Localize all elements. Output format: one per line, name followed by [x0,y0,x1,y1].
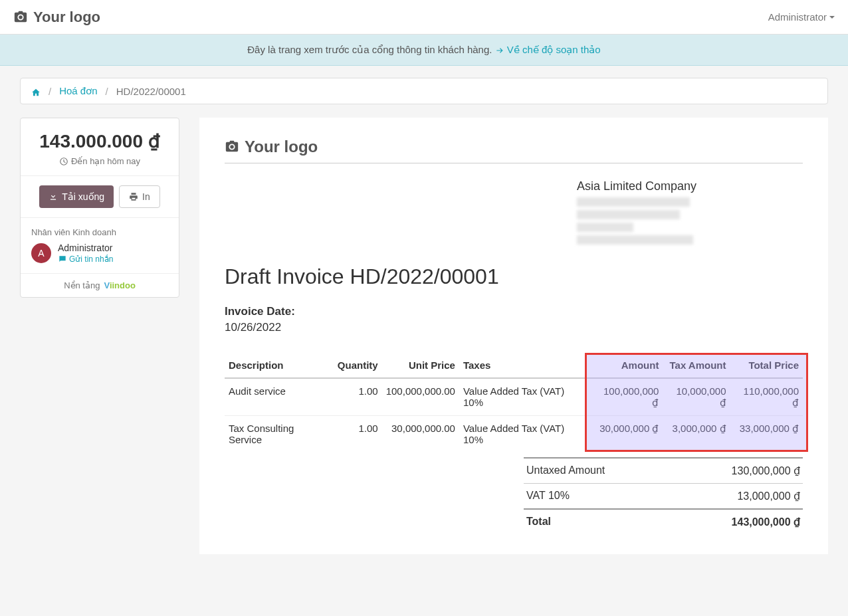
doc-logo-text: Your logo [245,138,318,156]
viindoo-logo: Viindoo [104,280,135,290]
print-icon [129,192,138,201]
print-button[interactable]: In [119,185,160,208]
powered-label: Nền tảng [64,280,100,290]
col-unit-price: Unit Price [382,353,459,378]
totals-vat: VAT 10% 13,000,000 ₫ [524,483,803,508]
table-header-row: Description Quantity Unit Price Taxes Am… [225,353,803,378]
company-address: Asia Limited Company [577,179,803,245]
salesperson-name: Administrator [58,243,113,253]
app-logo[interactable]: Your logo [13,9,100,26]
totals-total: Total 143,000,000 ₫ [524,508,803,534]
total-label: Total [526,516,551,528]
invoice-document: Your logo Asia Limited Company Draft Inv… [199,118,828,554]
invoice-date-label: Invoice Date: [225,305,803,318]
top-nav: Your logo Administrator [0,0,848,35]
col-description: Description [225,353,334,378]
sidebar-total: 143.000.000 ₫ [31,130,168,152]
redacted-line [577,197,690,207]
invoice-title: Draft Invoice HD/2022/00001 [225,264,803,289]
redacted-line [577,210,680,219]
vat-label: VAT 10% [526,490,570,502]
send-message-link[interactable]: Gửi tin nhắn [58,255,113,264]
download-label: Tải xuống [62,191,104,202]
sidebar: 143.000.000 ₫ Đến hạn hôm nay Tải xuống … [20,118,179,298]
chat-icon [58,255,67,264]
cell-unit: 100,000,000.00 [382,378,459,416]
cell-total: 110,000,000 ₫ [730,378,803,416]
col-amount: Amount [590,353,663,378]
col-taxes: Taxes [459,353,590,378]
company-name: Asia Limited Company [577,179,803,193]
breadcrumb-sep: / [49,86,51,97]
total-value: 143,000,000 ₫ [732,516,800,528]
table-row: Audit service1.00100,000,000.00Value Add… [225,378,803,416]
banner-text: Đây là trang xem trước của cổng thông ti… [247,44,492,55]
untaxed-label: Untaxed Amount [526,464,605,477]
breadcrumb-current: HD/2022/00001 [116,86,186,97]
avatar: A [31,243,51,263]
totals-section: Untaxed Amount 130,000,000 ₫ VAT 10% 13,… [524,457,803,534]
clock-icon [59,157,68,166]
cell-taxamt: 3,000,000 ₫ [663,416,730,453]
cell-taxamt: 10,000,000 ₫ [663,378,730,416]
vat-value: 13,000,000 ₫ [737,490,800,502]
document-logo: Your logo [225,138,803,156]
col-tax-amount: Tax Amount [663,353,730,378]
cell-desc: Tax Consulting Service [225,416,334,453]
invoice-date-value: 10/26/2022 [225,321,803,334]
breadcrumb-invoices[interactable]: Hoá đơn [59,85,97,97]
salesperson-label: Nhân viên Kinh doanh [31,227,168,237]
edit-mode-link[interactable]: Về chế độ soạn thảo [507,44,601,55]
user-name: Administrator [768,11,827,23]
col-total-price: Total Price [730,353,803,378]
home-link[interactable] [31,85,41,96]
col-quantity: Quantity [334,353,382,378]
due-date: Đến hạn hôm nay [31,156,168,166]
invoice-lines-table: Description Quantity Unit Price Taxes Am… [225,353,803,452]
cell-desc: Audit service [225,378,334,416]
preview-banner: Đây là trang xem trước của cổng thông ti… [0,35,848,66]
redacted-line [577,223,633,232]
cell-amount: 100,000,000 ₫ [590,378,663,416]
arrow-right-icon [495,44,507,55]
cell-qty: 1.00 [334,416,382,453]
camera-icon [225,140,239,154]
logo-text: Your logo [33,9,100,26]
untaxed-value: 130,000,000 ₫ [732,464,800,477]
divider [225,163,803,163]
totals-untaxed: Untaxed Amount 130,000,000 ₫ [524,457,803,483]
cell-amount: 30,000,000 ₫ [590,416,663,453]
cell-unit: 30,000,000.00 [382,416,459,453]
download-icon [49,192,58,201]
cell-taxes: Value Added Tax (VAT) 10% [459,416,590,453]
table-row: Tax Consulting Service1.0030,000,000.00V… [225,416,803,453]
cell-qty: 1.00 [334,378,382,416]
camera-icon [13,10,28,25]
send-msg-label: Gửi tin nhắn [69,255,113,264]
due-text: Đến hạn hôm nay [71,156,140,166]
cell-total: 33,000,000 ₫ [730,416,803,453]
chevron-down-icon [829,16,835,19]
download-button[interactable]: Tải xuống [39,185,114,208]
cell-taxes: Value Added Tax (VAT) 10% [459,378,590,416]
breadcrumb-sep: / [106,86,108,97]
print-label: In [142,191,150,202]
user-menu[interactable]: Administrator [768,11,835,23]
redacted-line [577,235,693,245]
powered-by: Nền tảng Viindoo [21,274,179,297]
breadcrumb: / Hoá đơn / HD/2022/00001 [20,78,828,104]
